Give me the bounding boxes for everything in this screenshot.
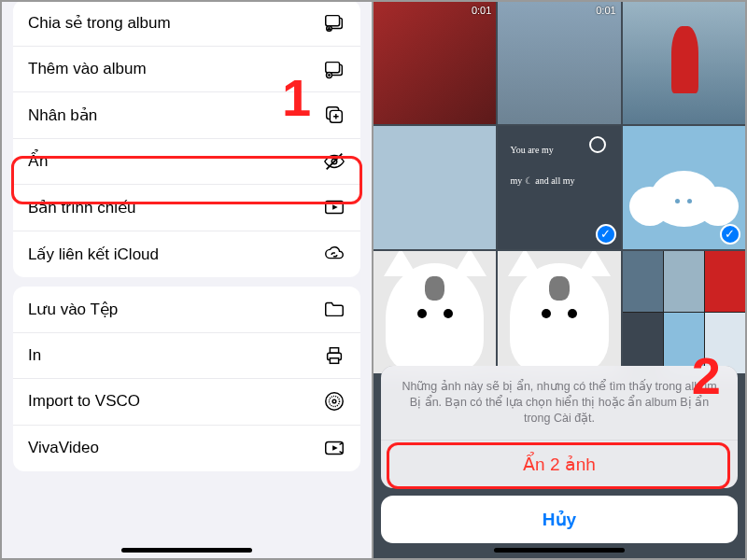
- folder-icon: [323, 298, 345, 320]
- menu-label: Bản trình chiếu: [28, 198, 135, 217]
- svg-rect-13: [330, 358, 338, 364]
- menu-add-to-album[interactable]: Thêm vào album: [13, 47, 360, 93]
- cancel-button[interactable]: Hủy: [381, 496, 738, 543]
- menu-import-vsco[interactable]: Import to VSCO: [13, 379, 360, 426]
- photo-thumb[interactable]: You are my my ☾ and all my ✓: [498, 126, 620, 248]
- svg-rect-12: [330, 347, 338, 353]
- menu-duplicate[interactable]: Nhân bản: [13, 92, 360, 139]
- menu-label: Chia sẻ trong album: [28, 13, 171, 33]
- duplicate-icon: [323, 104, 345, 126]
- share-sheet-pane: Chia sẻ trong album Thêm vào album Nhân …: [2, 2, 374, 558]
- menu-label: Lưu vào Tệp: [28, 300, 118, 319]
- menu-label: VivaVideo: [28, 439, 99, 457]
- photo-thumb[interactable]: [374, 126, 496, 248]
- photo-thumb[interactable]: [498, 251, 620, 373]
- svg-rect-1: [326, 16, 340, 26]
- menu-label: Import to VSCO: [28, 392, 140, 411]
- selection-check-icon: ✓: [720, 224, 740, 245]
- photo-grid: 0:01 0:01 You are my my ☾ and all my ✓ ✓: [374, 2, 745, 373]
- menu-share-in-album[interactable]: Chia sẻ trong album: [13, 2, 360, 47]
- menu-print[interactable]: In: [13, 333, 360, 380]
- menu-label: Ẩn: [28, 151, 48, 171]
- svg-rect-5: [326, 62, 340, 72]
- photo-thumb[interactable]: [374, 251, 496, 373]
- menu-save-to-files[interactable]: Lưu vào Tệp: [13, 287, 360, 333]
- handwriting-line2: my ☾ and all my: [510, 175, 574, 186]
- photo-thumb[interactable]: 0:01: [374, 2, 496, 124]
- svg-point-16: [332, 399, 336, 403]
- photo-thumb[interactable]: 0:01: [498, 2, 620, 124]
- menu-label: Thêm vào album: [28, 60, 147, 78]
- album-add-icon: [323, 58, 345, 80]
- photo-thumb-mosaic[interactable]: [623, 251, 745, 373]
- vsco-icon: [323, 390, 345, 413]
- action-sheet-card: Những ảnh này sẽ bị ẩn, nhưng có thể tìm…: [381, 366, 738, 488]
- svg-point-15: [329, 397, 339, 407]
- menu-group-actions: Chia sẻ trong album Thêm vào album Nhân …: [13, 2, 360, 277]
- print-icon: [323, 344, 345, 367]
- handwriting-line1: You are my: [510, 145, 553, 155]
- menu-label: In: [28, 346, 41, 365]
- hide-icon: [323, 150, 345, 173]
- menu-slideshow[interactable]: Bản trình chiếu: [13, 185, 360, 231]
- svg-point-14: [326, 393, 343, 410]
- photos-grid-pane: 0:01 0:01 You are my my ☾ and all my ✓ ✓: [374, 2, 745, 558]
- album-share-icon: [323, 11, 345, 34]
- menu-vivavideo[interactable]: VivaVideo: [13, 426, 360, 472]
- icloud-link-icon: [323, 243, 345, 265]
- menu-label: Lấy liên kết iCloud: [28, 245, 159, 264]
- video-duration: 0:01: [472, 5, 491, 16]
- photo-thumb[interactable]: ✓: [623, 126, 745, 248]
- menu-label: Nhân bản: [28, 105, 97, 125]
- hide-action-sheet: Những ảnh này sẽ bị ẩn, nhưng có thể tìm…: [381, 366, 738, 543]
- slideshow-icon: [323, 196, 345, 218]
- home-indicator[interactable]: [494, 548, 625, 553]
- menu-group-apps: Lưu vào Tệp In Import to VSCO VivaVideo: [13, 287, 360, 471]
- video-duration: 0:01: [596, 5, 615, 16]
- selection-check-icon: ✓: [596, 224, 616, 245]
- vivavideo-icon: [323, 437, 345, 459]
- hide-photos-button[interactable]: Ẩn 2 ảnh: [381, 441, 738, 488]
- action-sheet-message: Những ảnh này sẽ bị ẩn, nhưng có thể tìm…: [381, 366, 738, 441]
- menu-hide[interactable]: Ẩn: [13, 139, 360, 186]
- photo-thumb[interactable]: [623, 2, 745, 124]
- home-indicator[interactable]: [121, 548, 252, 553]
- menu-icloud-link[interactable]: Lấy liên kết iCloud: [13, 231, 360, 278]
